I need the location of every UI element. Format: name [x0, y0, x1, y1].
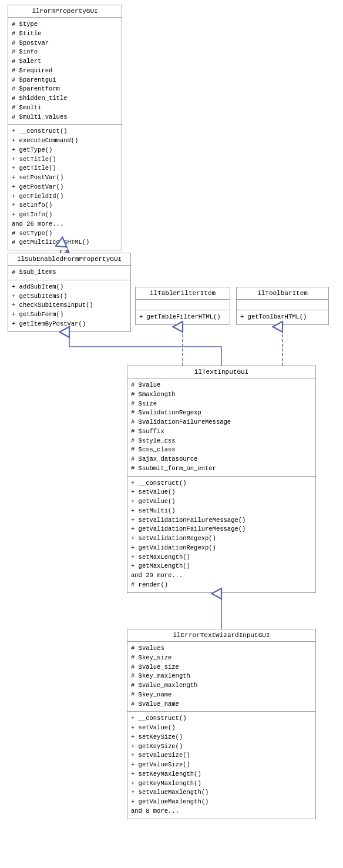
ilToolbarItem-box: ilToolbarItem + getToolbarHTML(): [236, 287, 329, 325]
ilErrorTextWizardInputGUI-methods: + __construct() + setValue() + setKeySiz…: [127, 712, 315, 818]
ilToolbarItem-title: ilToolbarItem: [237, 287, 328, 300]
ilTextInputGUI-title: ilTextInputGUI: [127, 366, 315, 378]
ilTableFilterItem-box: ilTableFilterItem + getTableFilterHTML(): [135, 287, 230, 325]
ilToolbarItem-fields: [237, 300, 328, 310]
ilSubEnabledFormPropertyGUI-box: ilSubEnabledFormPropertyGUI # $sub_items…: [8, 253, 131, 332]
ilTextInputGUI-fields: # $value # $maxlength # $size # $validat…: [127, 378, 315, 477]
ilFormPropertyGUI-title: ilFormPropertyGUI: [8, 5, 122, 18]
ilTextInputGUI-box: ilTextInputGUI # $value # $maxlength # $…: [127, 366, 316, 593]
ilErrorTextWizardInputGUI-title: ilErrorTextWizardInputGUI: [127, 629, 315, 642]
ilSubEnabledFormPropertyGUI-methods: + addSubItem() + getSubItems() + checkSu…: [8, 280, 130, 331]
ilTableFilterItem-title: ilTableFilterItem: [136, 287, 230, 300]
ilTextInputGUI-methods: + __construct() + setValue() + getValue(…: [127, 477, 315, 592]
ilErrorTextWizardInputGUI-fields: # $values # $key_size # $value_size # $k…: [127, 642, 315, 712]
ilSubEnabledFormPropertyGUI-fields: # $sub_items: [8, 266, 130, 280]
ilFormPropertyGUI-box: ilFormPropertyGUI # $type # $title # $po…: [8, 5, 122, 250]
ilErrorTextWizardInputGUI-box: ilErrorTextWizardInputGUI # $values # $k…: [127, 629, 316, 819]
ilFormPropertyGUI-methods: + __construct() + executeCommand() + get…: [8, 125, 122, 250]
ilToolbarItem-methods: + getToolbarHTML(): [237, 310, 328, 324]
ilTableFilterItem-fields: [136, 300, 230, 310]
ilSubEnabledFormPropertyGUI-title: ilSubEnabledFormPropertyGUI: [8, 253, 130, 266]
ilTableFilterItem-methods: + getTableFilterHTML(): [136, 310, 230, 324]
diagram-container: ilFormPropertyGUI # $type # $title # $po…: [0, 0, 343, 868]
ilFormPropertyGUI-fields: # $type # $title # $postvar # $info # $a…: [8, 18, 122, 125]
